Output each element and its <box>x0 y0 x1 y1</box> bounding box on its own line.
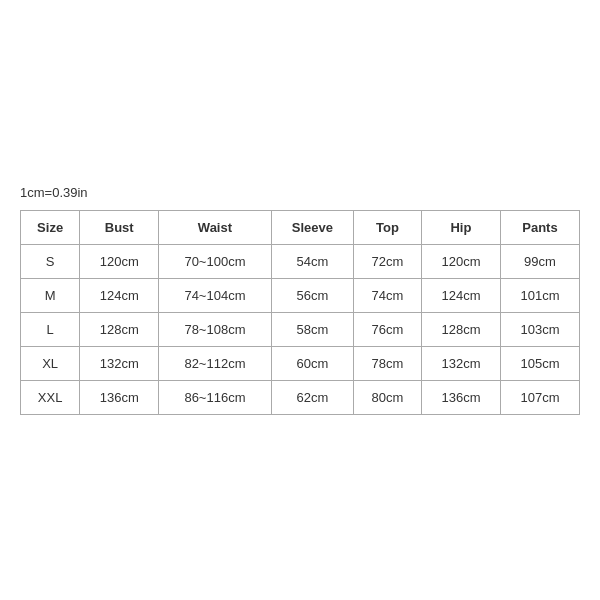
table-cell: 54cm <box>271 245 353 279</box>
table-cell: 60cm <box>271 347 353 381</box>
table-cell: 70~100cm <box>159 245 271 279</box>
table-row: L128cm78~108cm58cm76cm128cm103cm <box>21 313 580 347</box>
table-cell: 124cm <box>80 279 159 313</box>
table-cell: XXL <box>21 381 80 415</box>
table-row: M124cm74~104cm56cm74cm124cm101cm <box>21 279 580 313</box>
table-cell: S <box>21 245 80 279</box>
table-row: XL132cm82~112cm60cm78cm132cm105cm <box>21 347 580 381</box>
table-header-cell: Sleeve <box>271 211 353 245</box>
table-cell: 56cm <box>271 279 353 313</box>
size-chart-container: 1cm=0.39in SizeBustWaistSleeveTopHipPant… <box>20 185 580 415</box>
table-header-cell: Top <box>353 211 421 245</box>
table-cell: 132cm <box>421 347 500 381</box>
table-row: XXL136cm86~116cm62cm80cm136cm107cm <box>21 381 580 415</box>
table-header-cell: Size <box>21 211 80 245</box>
table-header-cell: Hip <box>421 211 500 245</box>
table-header-cell: Pants <box>500 211 579 245</box>
table-header-cell: Bust <box>80 211 159 245</box>
table-header-row: SizeBustWaistSleeveTopHipPants <box>21 211 580 245</box>
table-cell: 103cm <box>500 313 579 347</box>
table-cell: 99cm <box>500 245 579 279</box>
table-cell: 80cm <box>353 381 421 415</box>
table-cell: 78cm <box>353 347 421 381</box>
table-cell: 128cm <box>421 313 500 347</box>
table-row: S120cm70~100cm54cm72cm120cm99cm <box>21 245 580 279</box>
table-cell: 136cm <box>421 381 500 415</box>
table-cell: 120cm <box>421 245 500 279</box>
table-cell: 76cm <box>353 313 421 347</box>
table-cell: 72cm <box>353 245 421 279</box>
table-cell: XL <box>21 347 80 381</box>
table-cell: 58cm <box>271 313 353 347</box>
table-cell: 120cm <box>80 245 159 279</box>
table-cell: L <box>21 313 80 347</box>
table-cell: 74cm <box>353 279 421 313</box>
table-body: S120cm70~100cm54cm72cm120cm99cmM124cm74~… <box>21 245 580 415</box>
table-cell: 132cm <box>80 347 159 381</box>
table-cell: 82~112cm <box>159 347 271 381</box>
unit-note: 1cm=0.39in <box>20 185 580 200</box>
table-header-cell: Waist <box>159 211 271 245</box>
table-cell: 136cm <box>80 381 159 415</box>
table-cell: 101cm <box>500 279 579 313</box>
table-cell: 62cm <box>271 381 353 415</box>
table-cell: M <box>21 279 80 313</box>
table-cell: 78~108cm <box>159 313 271 347</box>
table-cell: 74~104cm <box>159 279 271 313</box>
table-cell: 124cm <box>421 279 500 313</box>
size-chart-table: SizeBustWaistSleeveTopHipPants S120cm70~… <box>20 210 580 415</box>
table-cell: 107cm <box>500 381 579 415</box>
table-cell: 128cm <box>80 313 159 347</box>
table-cell: 86~116cm <box>159 381 271 415</box>
table-cell: 105cm <box>500 347 579 381</box>
